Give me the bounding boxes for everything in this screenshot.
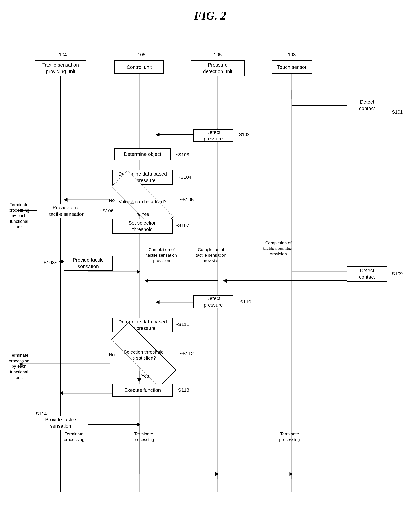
set-selection-box: Set selectionthreshold <box>112 219 173 233</box>
s105-label: ~S105 <box>176 196 198 202</box>
selection-threshold-diamond: Selection thresholdis satisfied? <box>110 342 177 367</box>
s104-label: ~S104 <box>173 174 196 180</box>
svg-marker-12 <box>64 198 67 202</box>
col106-label: 106 <box>121 52 162 58</box>
svg-marker-10 <box>156 133 159 136</box>
value-delta-diamond: Value△ can be added? <box>110 190 175 213</box>
page-title: FIG. 2 <box>0 0 420 22</box>
svg-marker-37 <box>60 391 63 395</box>
detect-contact-box-2: Detectcontact <box>347 266 387 282</box>
s112-label: ~S112 <box>178 350 196 357</box>
tactile-unit-box: Tactile sensationproviding unit <box>35 61 86 76</box>
provide-tactile-box-2: Provide tactilesensation <box>35 416 86 430</box>
detect-pressure-box-2: Detectpressure <box>193 295 233 308</box>
s113-label: ~S113 <box>173 387 191 393</box>
yes2-label: Yes <box>141 373 150 379</box>
diagram: 104 106 105 103 Tactile sensationprovidi… <box>0 29 420 512</box>
svg-marker-28 <box>145 279 148 283</box>
completion2-label: Completion oftactile sensationprovision <box>188 247 233 264</box>
s109-label: S109 <box>388 271 406 277</box>
detect-pressure-box-1: Detectpressure <box>193 130 233 142</box>
s108-label: S108~ <box>39 259 62 265</box>
control-unit-box: Control unit <box>114 61 164 74</box>
s114-label: S114~ <box>34 411 52 417</box>
svg-marker-43 <box>137 423 140 426</box>
provide-tactile-box-1: Provide tactilesensation <box>64 256 113 271</box>
s103-label: ~S103 <box>171 151 194 158</box>
svg-marker-47 <box>290 472 293 476</box>
terminate-processing-2: Terminateprocessing <box>126 431 162 442</box>
terminate1-label: Terminateprocessingby eachfunctionalunit <box>2 202 36 230</box>
svg-marker-45 <box>216 472 219 476</box>
s111-label: ~S111 <box>173 321 191 327</box>
terminate2-label: Terminateprocessingby eachfunctionalunit <box>2 353 36 380</box>
s107-label: ~S107 <box>173 222 191 228</box>
s101-label: S101 <box>388 109 406 115</box>
s106-label: ~S106 <box>98 208 116 214</box>
svg-marker-31 <box>156 300 159 304</box>
svg-marker-35 <box>137 379 141 382</box>
completion3-label: Completion oftactile sensationprovision <box>256 240 301 257</box>
svg-marker-26 <box>223 279 227 283</box>
s102-label: S102 <box>235 131 253 137</box>
yes1-label: Yes <box>141 211 150 217</box>
terminate-processing-3: Terminateprocessing <box>269 431 310 442</box>
pressure-detection-box: Pressuredetection unit <box>191 61 245 76</box>
col104-label: 104 <box>43 52 83 58</box>
provide-error-box: Provide errortactile sensation <box>37 204 97 218</box>
touch-sensor-box: Touch sensor <box>272 61 312 74</box>
col103-label: 103 <box>272 52 312 58</box>
terminate-processing-1: Terminateprocessing <box>56 431 92 442</box>
execute-function-box: Execute function <box>112 384 173 397</box>
determine-object-box: Determine object <box>114 148 171 161</box>
no1-label: No <box>107 197 116 203</box>
col105-label: 105 <box>198 52 238 58</box>
s110-label: ~S110 <box>235 299 253 305</box>
svg-marker-21 <box>137 270 140 273</box>
detect-contact-box-1: Detectcontact <box>347 98 387 113</box>
completion1-label: Completion oftactile sensationprovision <box>139 247 184 264</box>
no2-label: No <box>107 351 116 357</box>
